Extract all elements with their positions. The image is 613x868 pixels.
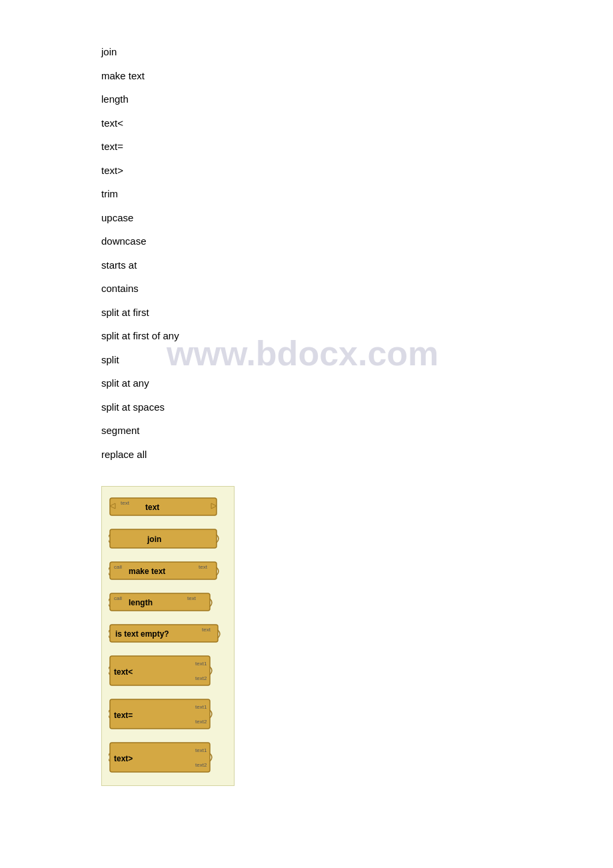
block-join-svg: join [109, 528, 222, 549]
svg-text:is text empty?: is text empty? [115, 629, 169, 639]
menu-item-upcase[interactable]: upcase [101, 206, 613, 230]
svg-text:text: text [202, 627, 211, 633]
svg-text:text: text [121, 500, 130, 506]
svg-text:text1: text1 [195, 704, 207, 710]
svg-text:text<: text< [114, 667, 133, 677]
menu-item-split-at-any[interactable]: split at any [101, 371, 613, 395]
svg-text:text2: text2 [195, 762, 207, 768]
block-make-text-svg: call make text text [109, 561, 222, 581]
blocks-panel: text text join call make text [101, 486, 235, 786]
svg-text:join: join [147, 535, 161, 544]
svg-text:text2: text2 [195, 719, 207, 725]
menu-item-text-eq[interactable]: text= [101, 135, 613, 159]
menu-item-text-lt[interactable]: text< [101, 111, 613, 135]
menu-item-length[interactable]: length [101, 87, 613, 111]
svg-text:make text: make text [129, 567, 165, 576]
block-text-lt-svg: text1 text< text2 [109, 655, 215, 687]
menu-item-contains[interactable]: contains [101, 277, 613, 301]
svg-text:text: text [145, 503, 159, 512]
svg-text:text: text [199, 564, 208, 570]
block-is-text-empty[interactable]: is text empty? text [109, 623, 227, 645]
block-join[interactable]: join [109, 528, 227, 551]
svg-rect-5 [110, 529, 217, 548]
menu-item-make-text[interactable]: make text [101, 64, 613, 88]
svg-text:text2: text2 [195, 675, 207, 681]
block-text-eq[interactable]: text1 text= text2 [109, 698, 227, 732]
menu-item-segment[interactable]: segment [101, 419, 613, 443]
block-make-text[interactable]: call make text text [109, 561, 227, 583]
block-length[interactable]: call length text [109, 592, 227, 614]
svg-text:text>: text> [114, 754, 133, 763]
block-text-gt-svg: text1 text> text2 [109, 741, 215, 773]
menu-item-trim[interactable]: trim [101, 182, 613, 206]
menu-list: joinmake textlengthtext<text=text>trimup… [0, 0, 613, 479]
block-text-text[interactable]: text text [109, 497, 227, 519]
svg-text:text1: text1 [195, 747, 207, 753]
menu-item-join[interactable]: join [101, 40, 613, 64]
menu-item-replace-all[interactable]: replace all [101, 443, 613, 467]
svg-text:call: call [114, 564, 122, 570]
menu-item-split-at-spaces[interactable]: split at spaces [101, 395, 613, 419]
svg-text:text1: text1 [195, 661, 207, 667]
svg-text:text=: text= [114, 711, 133, 720]
block-text-lt[interactable]: text1 text< text2 [109, 655, 227, 689]
block-text-eq-svg: text1 text= text2 [109, 698, 215, 730]
menu-item-downcase[interactable]: downcase [101, 229, 613, 253]
svg-text:length: length [129, 598, 153, 607]
block-length-svg: call length text [109, 592, 215, 612]
block-text-gt[interactable]: text1 text> text2 [109, 741, 227, 775]
svg-text:call: call [114, 595, 122, 601]
menu-item-starts-at[interactable]: starts at [101, 253, 613, 277]
menu-item-text-gt[interactable]: text> [101, 159, 613, 183]
block-text-text-svg: text text [109, 497, 222, 517]
svg-text:text: text [187, 595, 197, 601]
menu-item-split[interactable]: split [101, 348, 613, 372]
menu-item-split-at-first-of-any[interactable]: split at first of any [101, 324, 613, 348]
block-is-text-empty-svg: is text empty? text [109, 623, 222, 643]
menu-item-split-at-first[interactable]: split at first [101, 301, 613, 325]
